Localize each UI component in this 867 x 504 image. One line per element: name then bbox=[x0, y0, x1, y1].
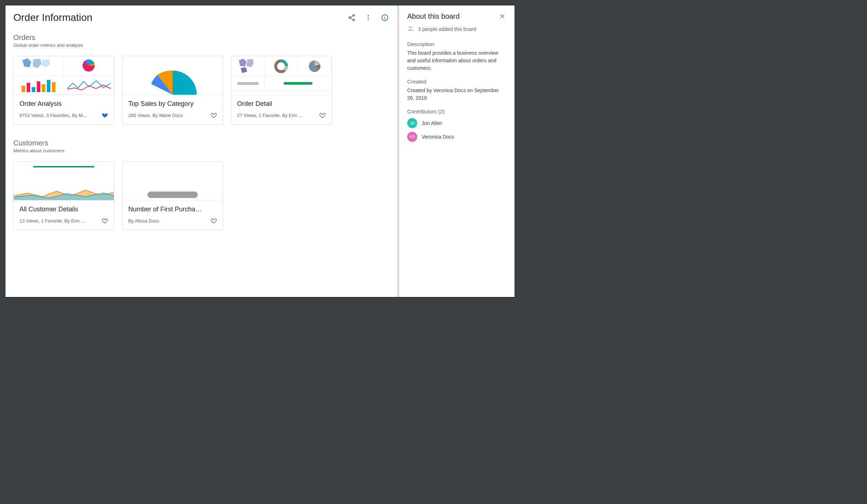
info-icon[interactable] bbox=[381, 13, 389, 22]
created-label: Created bbox=[407, 78, 507, 85]
favorite-icon[interactable] bbox=[210, 217, 217, 224]
card-meta: 27 Views, 1 Favorite, By Erin … bbox=[237, 113, 303, 118]
dashboard-card[interactable]: All Customer Details 13 Views, 1 Favorit… bbox=[13, 161, 114, 230]
svg-point-0 bbox=[353, 14, 355, 16]
favorite-icon[interactable] bbox=[102, 112, 108, 118]
close-icon[interactable] bbox=[498, 12, 507, 21]
svg-point-2 bbox=[353, 19, 355, 21]
page-title: Order Information bbox=[13, 12, 92, 23]
contributor-row: VD Veronica Docs bbox=[407, 132, 507, 142]
card-meta: By Alissa Docs bbox=[128, 218, 159, 224]
more-icon[interactable] bbox=[364, 13, 373, 22]
created-text: Created by Veronica Docs on September 26… bbox=[407, 87, 507, 102]
contributors-label: Contributors (2) bbox=[407, 108, 507, 114]
svg-point-19 bbox=[411, 27, 413, 28]
description-text: This board provides a business overview … bbox=[407, 49, 507, 72]
dashboard-card[interactable]: Top Sales by Category 285 Views, By Mari… bbox=[122, 56, 223, 125]
card-thumbnail bbox=[231, 56, 332, 95]
contributor-name: Veronica Docs bbox=[422, 134, 454, 140]
card-title: Order Analysis bbox=[19, 100, 108, 108]
description-label: Description bbox=[407, 41, 507, 47]
card-thumbnail bbox=[14, 56, 114, 95]
sidebar-title: About this board bbox=[407, 12, 460, 21]
header-actions bbox=[347, 13, 389, 22]
card-title: Number of First Purcha… bbox=[128, 206, 217, 213]
card-title: All Customer Details bbox=[19, 206, 108, 213]
section-title-customers: Customers bbox=[13, 139, 389, 147]
dashboard-card[interactable]: Order Detail 27 Views, 1 Favorite, By Er… bbox=[231, 56, 332, 125]
share-icon[interactable] bbox=[347, 13, 356, 22]
svg-point-1 bbox=[349, 17, 351, 19]
section-subtitle-orders: Global order metrics and analysis bbox=[13, 42, 389, 48]
avatar: JA bbox=[407, 118, 417, 128]
svg-point-5 bbox=[368, 15, 369, 16]
svg-point-18 bbox=[409, 26, 411, 28]
section-title-orders: Orders bbox=[13, 33, 389, 42]
svg-line-3 bbox=[351, 16, 353, 17]
dashboard-card[interactable]: Number of First Purcha… By Alissa Docs bbox=[122, 161, 223, 230]
contributor-row: JA Jon Allen bbox=[407, 118, 507, 128]
section-subtitle-customers: Metrics about customers bbox=[13, 148, 389, 153]
favorite-icon[interactable] bbox=[210, 112, 217, 118]
svg-point-6 bbox=[368, 17, 369, 18]
favorite-icon[interactable] bbox=[102, 217, 108, 224]
card-meta: 8753 Views, 3 Favorites, By M… bbox=[19, 113, 87, 118]
avatar: VD bbox=[407, 132, 417, 142]
card-title: Order Detail bbox=[237, 100, 326, 108]
svg-point-7 bbox=[368, 19, 369, 20]
about-sidebar: About this board 3 people added this boa… bbox=[399, 5, 515, 297]
card-title: Top Sales by Category bbox=[128, 100, 217, 108]
contributor-name: Jon Allen bbox=[422, 120, 442, 126]
main-content: Order Information Orders Global order me… bbox=[5, 5, 397, 297]
dashboard-card[interactable]: Order Analysis 8753 Views, 3 Favorites, … bbox=[13, 56, 114, 125]
favorite-icon[interactable] bbox=[319, 112, 326, 118]
people-added-text: 3 people added this board bbox=[418, 26, 476, 32]
card-thumbnail bbox=[123, 162, 223, 201]
card-thumbnail bbox=[123, 56, 223, 95]
svg-line-4 bbox=[351, 18, 353, 19]
svg-point-10 bbox=[384, 16, 385, 17]
card-meta: 13 Views, 1 Favorite, By Erin … bbox=[19, 218, 85, 224]
card-thumbnail bbox=[14, 162, 114, 201]
card-meta: 285 Views, By Marie Docs bbox=[128, 113, 183, 118]
people-icon bbox=[407, 25, 414, 33]
